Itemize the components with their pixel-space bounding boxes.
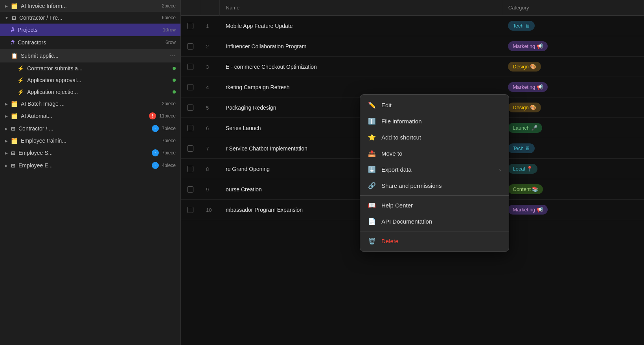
- sidebar-badge: 4piece: [162, 163, 176, 168]
- menu-item-api-documentation[interactable]: 📄 API Documentation: [360, 213, 509, 229]
- row-number: 10: [206, 207, 212, 213]
- row-checkbox-cell: [181, 159, 200, 179]
- sidebar-item-projects[interactable]: #Projects10row: [0, 24, 180, 36]
- grid-icon: ⊞: [11, 126, 15, 132]
- row-checkbox[interactable]: [187, 207, 193, 213]
- sidebar-badge: 6piece: [162, 15, 176, 20]
- sidebar-badge: 11piece: [159, 113, 176, 119]
- sidebar-label: Submit applic...: [21, 53, 167, 59]
- expand-arrow: ▶: [5, 139, 8, 143]
- row-tag: Marketing 📢: [508, 205, 548, 215]
- sidebar-item-application-rejection[interactable]: ⚡Application rejectio...: [0, 86, 180, 98]
- row-num-cell: 3: [200, 57, 219, 77]
- menu-item-delete[interactable]: 🗑️ Delete: [360, 233, 509, 249]
- row-checkbox[interactable]: [187, 186, 193, 193]
- col-category: Category: [502, 0, 644, 16]
- row-number: 1: [206, 23, 209, 29]
- row-tag: Marketing 📢: [508, 41, 548, 51]
- folder-icon: 🗂️: [11, 113, 18, 119]
- sidebar-badge: 7piece: [162, 150, 176, 156]
- row-checkbox[interactable]: [187, 64, 193, 70]
- row-checkbox[interactable]: [187, 145, 193, 152]
- row-tag: Local 📍: [508, 164, 537, 174]
- expand-arrow: ▶: [5, 127, 8, 131]
- sidebar-item-submit-applic[interactable]: 📋Submit applic...···: [0, 49, 180, 62]
- sidebar-badge: 7piece: [162, 126, 176, 131]
- error-badge: !: [149, 112, 156, 119]
- sidebar-item-application-approval[interactable]: ⚡Application approval...: [0, 74, 180, 86]
- row-num-cell: 5: [200, 97, 219, 118]
- row-tag: Tech 🖥: [508, 143, 535, 153]
- row-checkbox[interactable]: [187, 166, 193, 172]
- row-checkbox-cell: [181, 118, 200, 138]
- menu-item-add-to-shortcut[interactable]: ⭐ Add to shortcut: [360, 129, 509, 145]
- active-badge: [173, 79, 176, 82]
- menu-item-file-information[interactable]: ℹ️ File information: [360, 113, 509, 129]
- row-checkbox[interactable]: [187, 43, 193, 50]
- sidebar-item-employee-trainin[interactable]: ▶🗂️Employee trainin...7piece: [0, 135, 180, 147]
- sidebar-item-employee-e[interactable]: ▶⊞Employee E...↑4piece: [0, 159, 180, 172]
- row-tag-cell: Marketing 📢: [502, 36, 644, 57]
- row-checkbox-cell: [181, 16, 200, 36]
- grid-icon: ⊞: [11, 163, 15, 169]
- context-menu-trigger[interactable]: ···: [170, 51, 176, 60]
- row-tag: Launch 🎤: [508, 123, 542, 133]
- row-tag-cell: Design 🎨: [502, 97, 644, 118]
- row-name: ourse Creation: [226, 186, 262, 193]
- menu-item-help-center[interactable]: 📖 Help Center: [360, 197, 509, 213]
- folder-icon: 🗂️: [11, 101, 18, 107]
- sidebar: ▶🗂️AI Invoice Inform...2piece▼⊞Contracto…: [0, 0, 181, 345]
- menu-item-move-to[interactable]: 📤 Move to: [360, 145, 509, 161]
- active-badge: [173, 67, 176, 70]
- row-tag-cell: Launch 🎤: [502, 118, 644, 138]
- row-number: 8: [206, 166, 209, 172]
- move-to-label: Move to: [381, 150, 501, 157]
- sidebar-item-ai-batch-image[interactable]: ▶🗂️AI Batch Image ...2piece: [0, 98, 180, 110]
- add-to-shortcut-label: Add to shortcut: [381, 134, 501, 141]
- row-tag-cell: Local 📍: [502, 159, 644, 179]
- folder-icon: 📋: [11, 53, 18, 59]
- row-name-cell: Influencer Collaboration Program: [219, 36, 502, 57]
- sidebar-label: Contractor / Fre...: [19, 15, 159, 21]
- sidebar-label: Contractor submits a...: [27, 65, 169, 72]
- row-number: 6: [206, 125, 209, 131]
- sidebar-item-contractor2[interactable]: ▶⊞Contractor / ...↑7piece: [0, 122, 180, 135]
- row-checkbox[interactable]: [187, 84, 193, 90]
- row-number: 3: [206, 64, 209, 70]
- sidebar-item-contractors[interactable]: #Contractors6row: [0, 36, 180, 49]
- hash-icon: #: [11, 39, 15, 46]
- help-center-icon: 📖: [368, 202, 376, 209]
- sidebar-item-ai-automat[interactable]: ▶🗂️AI Automat...!11piece: [0, 110, 180, 122]
- row-checkbox[interactable]: [187, 105, 193, 111]
- row-number: 9: [206, 187, 209, 193]
- expand-arrow: ▶: [5, 102, 8, 106]
- api-documentation-label: API Documentation: [381, 218, 501, 225]
- file-information-label: File information: [381, 118, 501, 125]
- row-tag: Design 🎨: [508, 62, 541, 72]
- row-checkbox[interactable]: [187, 23, 193, 29]
- file-information-icon: ℹ️: [368, 117, 376, 125]
- share-permissions-label: Share and permissions: [381, 182, 501, 189]
- menu-item-export-data[interactable]: ⬇️ Export data ›: [360, 161, 509, 178]
- expand-arrow: ▶: [5, 163, 8, 168]
- col-checkbox: [181, 0, 200, 16]
- folder-icon: 🗂️: [11, 138, 18, 144]
- sidebar-item-employee-s[interactable]: ▶⊞Employee S...↑7piece: [0, 147, 180, 159]
- sidebar-item-contractor-fre[interactable]: ▼⊞Contractor / Fre...6piece: [0, 12, 180, 24]
- row-name: Series Launch: [226, 125, 261, 131]
- row-num-cell: 4: [200, 77, 219, 97]
- row-checkbox[interactable]: [187, 125, 193, 131]
- row-checkbox-cell: [181, 200, 200, 220]
- row-num-cell: 1: [200, 16, 219, 36]
- row-tag-cell: Design 🎨: [502, 57, 644, 77]
- grid-icon: ⊞: [11, 150, 15, 156]
- menu-item-edit[interactable]: ✏️ Edit: [360, 97, 509, 113]
- row-number: 4: [206, 84, 209, 90]
- menu-item-share-permissions[interactable]: 🔗 Share and permissions: [360, 178, 509, 194]
- folder-icon: 🗂️: [11, 3, 18, 9]
- row-name: Mobile App Feature Update: [226, 23, 293, 29]
- sidebar-item-ai-invoice[interactable]: ▶🗂️AI Invoice Inform...2piece: [0, 0, 180, 12]
- sidebar-label: AI Automat...: [21, 113, 146, 119]
- sidebar-item-contractor-submits[interactable]: ⚡Contractor submits a...: [0, 62, 180, 74]
- row-checkbox-cell: [181, 179, 200, 200]
